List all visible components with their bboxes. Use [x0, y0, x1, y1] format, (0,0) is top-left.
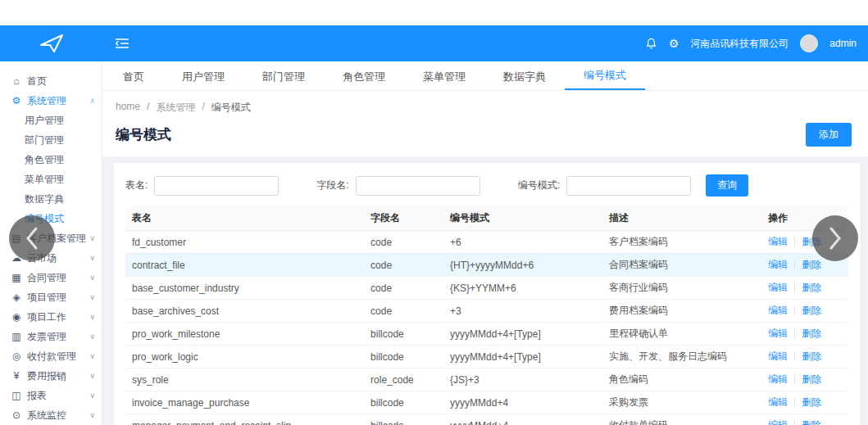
tab-5[interactable]: 数据字典 — [484, 63, 565, 90]
chevron-right-icon — [828, 226, 843, 251]
sidebar-item-17[interactable]: ⊙系统监控∨ — [0, 405, 102, 425]
table-row: contract_filecode{HT}+yyyyMMdd+6合同档案编码编辑… — [125, 254, 848, 277]
cell-actions: 编辑删除 — [761, 277, 848, 300]
tab-0[interactable]: 首页 — [104, 63, 163, 90]
delete-link[interactable]: 删除 — [802, 305, 821, 316]
sidebar-item-16[interactable]: ◫报表∨ — [0, 386, 102, 405]
carousel-prev-arrow[interactable] — [9, 215, 55, 261]
page-title: 编号模式 — [116, 125, 171, 144]
cell-table: fd_customer — [125, 231, 364, 254]
cell-desc: 合同档案编码 — [602, 254, 761, 277]
chevron-down-icon: ∨ — [89, 313, 95, 321]
edit-link[interactable]: 编辑 — [768, 396, 788, 408]
cell-table: pro_work_logic — [125, 346, 364, 368]
action-divider — [794, 329, 795, 338]
tab-3[interactable]: 角色管理 — [324, 63, 404, 90]
delete-link[interactable]: 删除 — [802, 259, 821, 270]
breadcrumb-separator: / — [147, 101, 149, 115]
edit-link[interactable]: 编辑 — [768, 373, 788, 385]
edit-link[interactable]: 编辑 — [768, 305, 788, 316]
invoice-icon: ▥ — [10, 331, 23, 342]
tab-bar: 首页用户管理部门管理角色管理菜单管理数据字典编号模式 — [102, 61, 868, 91]
breadcrumb-item-0[interactable]: home — [116, 101, 140, 115]
sidebar-item-14[interactable]: ◎收付款管理∨ — [0, 346, 102, 366]
sidebar-item-13[interactable]: ▥发票管理∨ — [0, 327, 102, 346]
sidebar-collapse-button[interactable] — [116, 38, 129, 49]
cell-table: base_customer_industry — [125, 277, 364, 300]
edit-link[interactable]: 编辑 — [768, 419, 788, 425]
cell-field: billcode — [364, 323, 443, 346]
username[interactable]: admin — [829, 38, 857, 49]
user-avatar[interactable] — [800, 34, 818, 52]
table-name-input[interactable] — [154, 176, 279, 196]
delete-link[interactable]: 删除 — [802, 350, 821, 362]
cell-field: billcode — [364, 346, 443, 368]
tab-1[interactable]: 用户管理 — [163, 63, 243, 90]
sidebar-item-label: 系统管理 — [27, 94, 66, 108]
chevron-down-icon: ∨ — [89, 411, 95, 419]
cell-pattern: {KS}+YYMM+6 — [443, 277, 602, 300]
sidebar-item-11[interactable]: ◈项目管理∨ — [0, 287, 102, 307]
chevron-down-icon: ∨ — [89, 254, 95, 262]
settings-gear-icon[interactable]: ⚙ — [669, 37, 679, 50]
cell-pattern: +3 — [443, 300, 602, 323]
tab-6[interactable]: 编号模式 — [565, 61, 645, 90]
column-header-1: 字段名 — [364, 206, 443, 231]
chevron-down-icon: ∨ — [89, 391, 95, 400]
sidebar-item-label: 报表 — [27, 389, 47, 403]
sidebar-item-6[interactable]: 数据字典 — [0, 189, 102, 209]
sidebar-item-2[interactable]: 用户管理 — [0, 111, 102, 130]
edit-link[interactable]: 编辑 — [768, 236, 788, 247]
carousel-next-arrow[interactable] — [812, 215, 858, 261]
sidebar-item-1[interactable]: ⚙系统管理∧ — [0, 91, 102, 111]
sidebar-item-label: 项目工作 — [27, 310, 66, 324]
cell-pattern: yyyyMMdd+4 — [443, 414, 602, 425]
delete-link[interactable]: 删除 — [802, 396, 821, 408]
field-name-input[interactable] — [356, 176, 480, 196]
delete-link[interactable]: 删除 — [802, 373, 821, 385]
pattern-label: 编号模式: — [518, 179, 560, 192]
project-icon: ◈ — [10, 292, 23, 303]
cell-actions: 编辑删除 — [761, 414, 848, 425]
cell-actions: 编辑删除 — [761, 368, 848, 391]
edit-link[interactable]: 编辑 — [768, 259, 788, 270]
breadcrumb-item-2: 编号模式 — [211, 101, 251, 115]
cell-actions: 编辑删除 — [761, 300, 848, 323]
expense-icon: ¥ — [10, 370, 23, 382]
edit-link[interactable]: 编辑 — [768, 282, 788, 293]
delete-link[interactable]: 删除 — [802, 328, 821, 339]
action-divider — [794, 398, 795, 407]
title-row: 编号模式 添加 — [102, 115, 868, 147]
chevron-down-icon: ∨ — [89, 332, 95, 341]
sidebar-item-label: 首页 — [27, 75, 47, 88]
app-logo[interactable] — [0, 33, 102, 54]
report-icon: ◫ — [10, 390, 23, 401]
sidebar-item-12[interactable]: ◉项目工作∨ — [0, 307, 102, 327]
contract-icon: ▦ — [10, 272, 23, 283]
edit-link[interactable]: 编辑 — [768, 328, 788, 339]
tab-2[interactable]: 部门管理 — [243, 63, 324, 90]
delete-link[interactable]: 删除 — [802, 419, 821, 425]
add-button[interactable]: 添加 — [806, 123, 852, 147]
menu-fold-icon — [116, 38, 129, 49]
edit-link[interactable]: 编辑 — [768, 350, 788, 362]
breadcrumb-item-1[interactable]: 系统管理 — [156, 101, 195, 115]
sidebar-item-0[interactable]: ⌂首页 — [0, 71, 102, 91]
sidebar-item-4[interactable]: 角色管理 — [0, 150, 102, 170]
delete-link[interactable]: 删除 — [802, 282, 821, 293]
cell-actions: 编辑删除 — [761, 323, 848, 346]
topbar-right-cluster: ⚙ 河南品讯科技有限公司 admin — [645, 34, 868, 52]
tab-4[interactable]: 菜单管理 — [404, 63, 484, 90]
sidebar-item-5[interactable]: 菜单管理 — [0, 170, 102, 189]
action-divider — [794, 237, 795, 246]
sidebar-item-10[interactable]: ▦合同管理∨ — [0, 268, 102, 287]
sidebar-item-15[interactable]: ¥费用报销∨ — [0, 366, 102, 386]
company-name: 河南品讯科技有限公司 — [690, 37, 788, 51]
action-divider — [794, 283, 795, 292]
table-row: manager_payment_and_receipt_slipbillcode… — [125, 414, 848, 425]
search-button[interactable]: 查询 — [706, 174, 748, 197]
pattern-input[interactable] — [566, 176, 691, 196]
sidebar-item-3[interactable]: 部门管理 — [0, 130, 102, 150]
cell-table: contract_file — [125, 254, 364, 277]
notifications-bell-icon[interactable] — [645, 37, 657, 50]
